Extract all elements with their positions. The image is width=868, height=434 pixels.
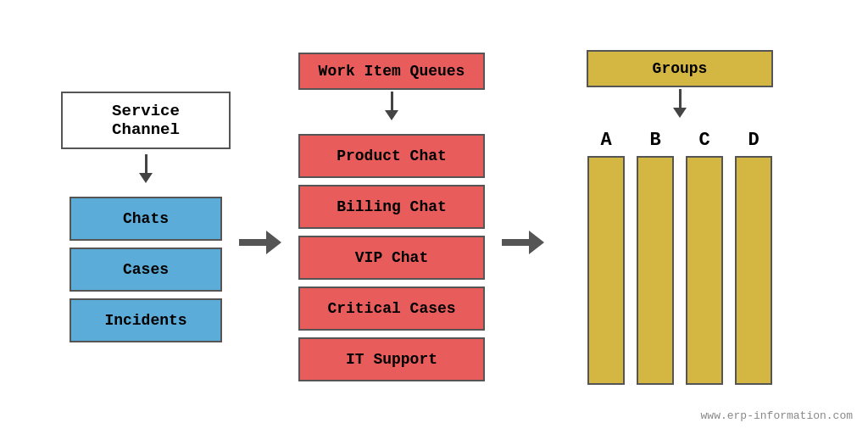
- group-bar-c: [686, 156, 723, 385]
- group-label-c: C: [698, 130, 709, 151]
- queue-item-critical-cases: Critical Cases: [298, 287, 485, 331]
- groups-section: Groups A B C: [587, 50, 773, 385]
- arrow-line: [679, 89, 682, 108]
- group-bars: A B C D: [587, 130, 772, 385]
- groups-arrow-down: [673, 89, 687, 118]
- group-label-b: B: [649, 130, 660, 151]
- service-arrow-down: [139, 154, 153, 183]
- diagram: Service Channel Chats Cases Incidents Wo…: [0, 0, 868, 434]
- queue-item-vip-chat: VIP Chat: [298, 236, 485, 280]
- arrow-body: [502, 239, 529, 246]
- service-to-queue-arrow: [239, 231, 281, 254]
- service-item-incidents: Incidents: [70, 298, 222, 342]
- groups-title: Groups: [587, 50, 773, 87]
- service-channel-column: Service Channel Chats Cases Incidents: [53, 92, 239, 342]
- arrow-head: [139, 173, 153, 183]
- service-items-list: Chats Cases Incidents: [70, 188, 222, 342]
- group-bar-item-a: A: [587, 130, 625, 385]
- watermark: www.erp-information.com: [701, 409, 853, 422]
- group-bar-item-c: C: [686, 130, 723, 385]
- arrow-head: [385, 110, 398, 120]
- arrow-line: [391, 92, 393, 110]
- group-bar-b: [637, 156, 674, 385]
- group-bar-item-b: B: [637, 130, 674, 385]
- groups-column: Groups A B C: [544, 50, 815, 385]
- group-label-d: D: [748, 130, 759, 151]
- arrow-head: [673, 108, 687, 118]
- arrow-head: [529, 231, 544, 254]
- group-label-a: A: [600, 130, 611, 151]
- queue-to-groups-arrow: [502, 231, 544, 254]
- service-item-cases: Cases: [70, 248, 222, 292]
- service-channel-title: Service Channel: [61, 92, 231, 149]
- queue-item-it-support: IT Support: [298, 337, 485, 381]
- group-bar-d: [735, 156, 772, 385]
- group-bar-a: [587, 156, 625, 385]
- arrow-line: [145, 154, 147, 173]
- arrow-body: [239, 239, 266, 246]
- queue-item-product-chat: Product Chat: [298, 134, 485, 178]
- queue-item-billing-chat: Billing Chat: [298, 185, 485, 229]
- queue-arrow-down: [385, 92, 398, 120]
- work-item-queues-column: Work Item Queues Product Chat Billing Ch…: [281, 53, 502, 381]
- group-bar-item-d: D: [735, 130, 772, 385]
- queue-items-list: Product Chat Billing Chat VIP Chat Criti…: [298, 125, 485, 381]
- work-item-queues-title: Work Item Queues: [298, 53, 485, 90]
- service-item-chats: Chats: [70, 197, 222, 241]
- groups-header-wrapper: Groups: [587, 50, 773, 120]
- arrow-head: [266, 231, 281, 254]
